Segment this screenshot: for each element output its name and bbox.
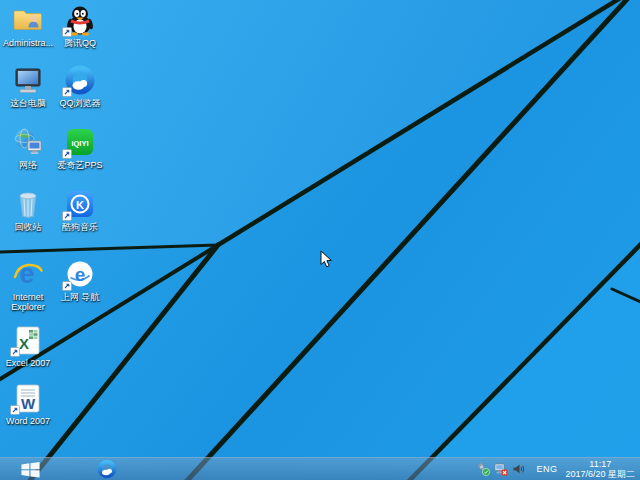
web-navigation-icon: e — [64, 258, 96, 290]
taskbar-qq-browser-button[interactable] — [94, 458, 120, 480]
desktop-icon-label: 腾讯QQ — [52, 38, 108, 48]
mouse-cursor — [320, 250, 332, 268]
recycle-bin-icon — [12, 188, 44, 220]
excel-2007-icon: X — [12, 324, 44, 356]
clock[interactable]: 11:17 2017/6/20 星期二 — [565, 459, 635, 479]
shortcut-arrow-icon — [62, 281, 72, 291]
this-pc-icon — [12, 64, 44, 96]
desktop-icon-label: Excel 2007 — [0, 358, 56, 368]
svg-text:e: e — [19, 259, 34, 289]
desktop-icon-network[interactable]: 网络 — [0, 126, 56, 170]
svg-text:e: e — [75, 264, 86, 285]
word-2007-icon: W — [12, 382, 44, 414]
network-icon — [12, 126, 44, 158]
desktop-icon-tencent-qq[interactable]: 腾讯QQ — [52, 4, 108, 48]
qq-browser-icon — [64, 64, 96, 96]
desktop-icon-iqiyi-pps[interactable]: iQIYI 爱奇艺PPS — [52, 126, 108, 170]
volume-icon[interactable] — [512, 462, 526, 476]
desktop-icon-label: Internet Explorer — [0, 292, 56, 312]
desktop-icon-web-navigation[interactable]: e 上网 导航 — [52, 258, 108, 302]
desktop-icon-word-2007[interactable]: W Word 2007 — [0, 382, 56, 426]
desktop-icon-administrator[interactable]: Administra... — [0, 4, 56, 48]
internet-explorer-icon: e — [12, 258, 44, 290]
shortcut-arrow-icon — [62, 87, 72, 97]
desktop-icon-qq-browser[interactable]: QQ浏览器 — [52, 64, 108, 108]
shortcut-arrow-icon — [62, 27, 72, 37]
desktop-icon-recycle-bin[interactable]: 回收站 — [0, 188, 56, 232]
desktop-icon-label: Word 2007 — [0, 416, 56, 426]
svg-text:K: K — [76, 199, 84, 211]
desktop-icon-excel-2007[interactable]: X Excel 2007 — [0, 324, 56, 368]
desktop-icon-label: 回收站 — [0, 222, 56, 232]
desktop-icon-this-pc[interactable]: 这台电脑 — [0, 64, 56, 108]
network-disconnected-icon[interactable] — [494, 462, 508, 476]
desktop-icon-label: 酷狗音乐 — [52, 222, 108, 232]
desktop-icon-label: Administra... — [0, 38, 56, 48]
desktop: Administra... 腾讯QQ — [0, 0, 640, 480]
desktop-icon-label: QQ浏览器 — [52, 98, 108, 108]
windows-logo-icon — [21, 460, 40, 479]
desktop-icon-internet-explorer[interactable]: e Internet Explorer — [0, 258, 56, 312]
usb-safely-remove-icon[interactable] — [476, 462, 490, 476]
shortcut-arrow-icon — [62, 149, 72, 159]
qq-browser-icon — [97, 459, 117, 479]
clock-time: 11:17 — [565, 459, 635, 469]
desktop-icon-kugou-music[interactable]: K 酷狗音乐 — [52, 188, 108, 232]
desktop-icon-label: 这台电脑 — [0, 98, 56, 108]
system-tray: ENG 11:17 2017/6/20 星期二 — [476, 458, 638, 480]
desktop-icon-label: 网络 — [0, 160, 56, 170]
taskbar: ENG 11:17 2017/6/20 星期二 — [0, 457, 640, 480]
shortcut-arrow-icon — [10, 405, 20, 415]
kugou-music-icon: K — [64, 188, 96, 220]
language-indicator[interactable]: ENG — [536, 464, 557, 474]
svg-text:X: X — [19, 335, 29, 352]
shortcut-arrow-icon — [10, 347, 20, 357]
clock-date: 2017/6/20 星期二 — [565, 469, 635, 479]
desktop-icon-label: 爱奇艺PPS — [52, 160, 108, 170]
shortcut-arrow-icon — [62, 211, 72, 221]
tencent-qq-icon — [64, 4, 96, 36]
svg-text:iQIYI: iQIYI — [71, 139, 88, 148]
iqiyi-pps-icon: iQIYI — [64, 126, 96, 158]
start-button[interactable] — [14, 459, 46, 479]
administrator-folder-icon — [12, 4, 44, 36]
svg-text:W: W — [21, 395, 36, 412]
desktop-icon-label: 上网 导航 — [52, 292, 108, 302]
